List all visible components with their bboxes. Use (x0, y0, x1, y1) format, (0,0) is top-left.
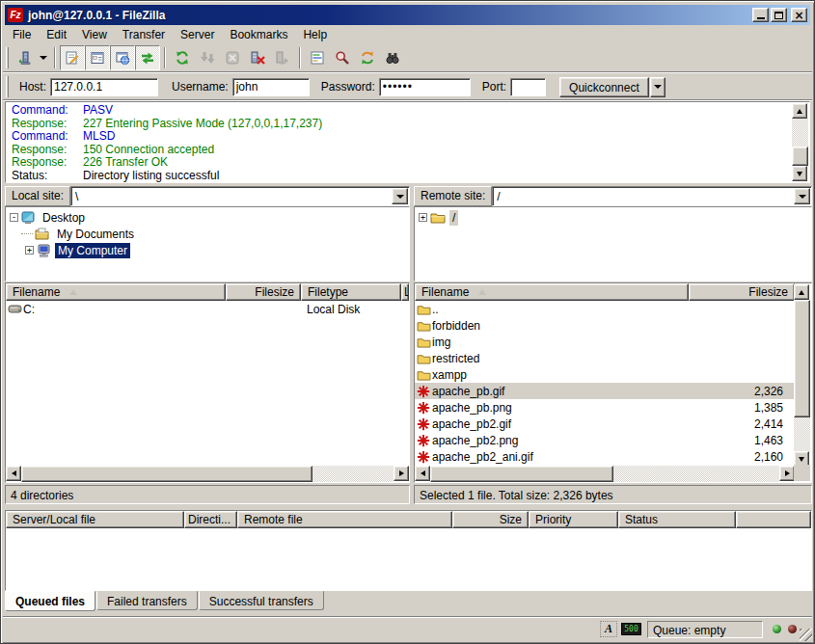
menu-file[interactable]: File (5, 27, 39, 42)
local-tree[interactable]: - Desktop My Documents + My Computer (5, 206, 410, 282)
column-filename[interactable]: Filename (415, 283, 689, 301)
local-list-body[interactable]: C: Local Disk (6, 301, 409, 466)
expand-expander[interactable]: + (25, 246, 34, 255)
file-row[interactable]: apache_pb.png 1,385 (415, 399, 795, 416)
toolbar-grip (6, 47, 9, 68)
title-bar[interactable]: Fz john@127.0.0.1 - FileZilla × (5, 5, 810, 25)
tree-item-my-documents[interactable]: My Documents (6, 226, 409, 242)
scroll-left-button[interactable] (415, 466, 430, 481)
tab-failed-transfers[interactable]: Failed transfers (96, 591, 198, 610)
directory-comparison-button[interactable] (330, 45, 355, 70)
scroll-left-button[interactable] (6, 466, 21, 481)
file-row[interactable]: .. (415, 301, 795, 317)
column-filesize[interactable]: Filesize (689, 283, 795, 301)
port-input[interactable] (510, 78, 546, 96)
scroll-thumb[interactable] (792, 147, 808, 166)
column-last-modified[interactable]: L (401, 283, 409, 301)
remote-tree[interactable]: + / (414, 206, 812, 282)
local-site-dropdown-button[interactable] (392, 188, 408, 204)
filter-button[interactable] (305, 45, 330, 70)
message-log[interactable]: Command:PASV Response:227 Entering Passi… (5, 101, 810, 183)
scroll-right-button[interactable] (394, 466, 409, 481)
file-row-c-drive[interactable]: C: Local Disk (6, 301, 409, 317)
quickconnect-button[interactable]: Quickconnect (559, 77, 649, 97)
scroll-up-button[interactable] (792, 103, 807, 119)
file-row[interactable]: apache_pb2.png 1,463 (415, 432, 795, 448)
column-server-local-file[interactable]: Server/Local file (6, 511, 184, 528)
column-direction[interactable]: Directi... (184, 511, 237, 528)
collapse-expander[interactable]: - (10, 213, 18, 222)
minimize-button[interactable] (752, 8, 769, 22)
remote-list-body[interactable]: .. forbidden img restricted xampp apache… (415, 301, 795, 466)
refresh-button[interactable] (170, 45, 195, 70)
reconnect-button[interactable] (270, 45, 295, 70)
menu-view[interactable]: View (74, 27, 115, 42)
scroll-thumb[interactable] (21, 466, 312, 482)
site-manager-button[interactable] (12, 45, 37, 70)
expand-expander[interactable]: + (419, 213, 427, 222)
scroll-track[interactable] (794, 417, 810, 451)
column-remote-file[interactable]: Remote file (237, 511, 452, 528)
menu-server[interactable]: Server (173, 27, 222, 42)
file-row[interactable]: apache_pb2.gif 2,414 (415, 416, 795, 432)
scroll-thumb[interactable] (794, 300, 810, 417)
remote-site-bar: Remote site: / (414, 186, 812, 206)
toggle-message-log-button[interactable] (60, 45, 85, 70)
host-input[interactable] (50, 78, 158, 96)
column-filetype[interactable]: Filetype (301, 283, 401, 301)
remote-vertical-scrollbar[interactable] (794, 284, 810, 467)
password-input[interactable] (379, 78, 471, 96)
scroll-track[interactable] (312, 466, 394, 482)
disconnect-button[interactable] (245, 45, 270, 70)
column-priority[interactable]: Priority (529, 511, 618, 528)
column-filename[interactable]: Filename (6, 283, 226, 301)
remote-horizontal-scrollbar[interactable] (415, 466, 795, 482)
scroll-track[interactable] (792, 119, 808, 147)
remote-site-dropdown-button[interactable] (794, 188, 810, 204)
process-queue-button[interactable] (195, 45, 220, 70)
local-horizontal-scrollbar[interactable] (6, 466, 409, 482)
column-status[interactable]: Status (618, 511, 736, 528)
tab-queued-files[interactable]: Queued files (5, 591, 95, 611)
file-row[interactable]: img (415, 334, 795, 350)
menu-transfer[interactable]: Transfer (115, 27, 173, 42)
tree-item-desktop[interactable]: - Desktop (6, 209, 409, 226)
folder-icon (415, 369, 432, 381)
username-input[interactable] (232, 78, 310, 96)
local-site-combo[interactable]: \ (70, 186, 410, 206)
tree-item-my-computer[interactable]: + My Computer (6, 242, 409, 258)
file-row[interactable]: apache_pb2_ani.gif 2,160 (415, 448, 795, 465)
toggle-remote-tree-button[interactable] (110, 45, 135, 70)
quickconnect-dropdown-button[interactable] (650, 77, 666, 97)
maximize-button[interactable] (771, 8, 787, 22)
toggle-local-tree-button[interactable] (85, 45, 110, 70)
scroll-right-button[interactable] (779, 466, 795, 481)
site-manager-dropdown-button[interactable] (37, 45, 50, 70)
column-filesize[interactable]: Filesize (226, 283, 301, 301)
menu-bookmarks[interactable]: Bookmarks (222, 27, 295, 42)
file-row[interactable]: restricted (415, 350, 795, 366)
remote-site-combo[interactable]: / (492, 186, 812, 206)
file-row-selected[interactable]: apache_pb.gif 2,326 (415, 383, 795, 399)
column-size[interactable]: Size (452, 511, 529, 528)
find-files-button[interactable] (380, 45, 405, 70)
scroll-up-button[interactable] (794, 284, 809, 300)
synchronized-browsing-button[interactable] (355, 45, 380, 70)
menu-edit[interactable]: Edit (39, 27, 74, 42)
toggle-queue-button[interactable] (135, 45, 160, 70)
queue-body[interactable] (6, 528, 811, 590)
file-row[interactable]: xampp (415, 366, 795, 383)
close-button[interactable]: × (791, 8, 807, 22)
cancel-icon (225, 50, 240, 66)
tab-successful-transfers[interactable]: Successful transfers (199, 591, 324, 610)
scroll-thumb[interactable] (430, 466, 613, 482)
arrow-left-icon (421, 470, 425, 476)
file-row[interactable]: forbidden (415, 317, 795, 334)
resize-grip[interactable] (800, 629, 812, 641)
scroll-track[interactable] (613, 466, 779, 482)
menu-help[interactable]: Help (295, 27, 335, 42)
cancel-operation-button[interactable] (220, 45, 245, 70)
tree-item-root[interactable]: + / (415, 209, 811, 226)
scroll-down-button[interactable] (792, 166, 807, 181)
log-scrollbar[interactable] (792, 103, 808, 181)
